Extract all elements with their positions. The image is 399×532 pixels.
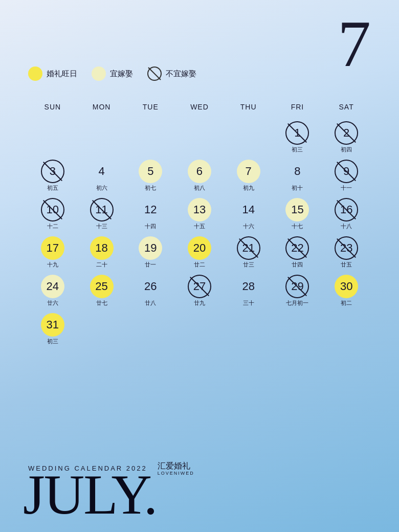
day-circle: 30	[335, 275, 358, 298]
calendar-cell: 13十五	[175, 196, 224, 232]
calendar-cell	[28, 119, 77, 156]
lunar-text: 初六	[96, 184, 107, 192]
day-circle: 4	[90, 160, 114, 183]
calendar-cell: 23廿五	[322, 234, 371, 271]
calendar-cell: 31初三	[28, 311, 77, 347]
lunar-text: 初三	[292, 146, 303, 153]
lunar-text: 廿五	[341, 261, 352, 269]
day-circle: 21	[237, 236, 260, 260]
day-circle: 14	[237, 198, 260, 221]
day-header-wed: WED	[175, 99, 224, 115]
lunar-text: 十七	[292, 223, 303, 230]
day-circle: 25	[90, 275, 114, 298]
day-circle: 9	[335, 160, 358, 183]
calendar-cell	[175, 119, 224, 156]
day-header-sun: SUN	[28, 99, 77, 115]
day-header-sat: SAT	[322, 99, 371, 115]
day-circle: 2	[335, 121, 358, 145]
day-circle: 31	[41, 313, 64, 337]
lunar-text: 廿四	[292, 261, 303, 269]
lunar-text: 初八	[194, 184, 205, 192]
day-circle: 6	[188, 160, 211, 183]
calendar-cell: 15十七	[273, 196, 322, 232]
day-header-fri: FRI	[273, 99, 322, 115]
lunar-text: 初三	[47, 338, 58, 345]
day-circle: 24	[41, 275, 64, 298]
brand-chinese: 汇爱婚礼	[158, 461, 194, 471]
legend-pale-icon	[92, 66, 106, 81]
calendar-cell	[126, 311, 175, 347]
calendar-cell	[224, 119, 273, 156]
calendar-cell: 3初五	[28, 158, 77, 194]
calendar-cell: 17十九	[28, 234, 77, 271]
lunar-text: 廿六	[47, 299, 58, 307]
calendar-cell: 11十三	[77, 196, 126, 232]
lunar-text: 十二	[47, 223, 58, 230]
calendar-cell: 9十一	[322, 158, 371, 194]
lunar-text: 十六	[243, 223, 254, 230]
legend-crossed-icon	[147, 66, 162, 81]
calendar-header: SUNMONTUEWEDTHUFRISAT	[28, 99, 371, 115]
calendar-cell: 25廿七	[77, 273, 126, 309]
brand-english: LOVENIWED	[158, 471, 194, 476]
day-circle: 17	[41, 236, 64, 260]
legend-crossed-label: 不宜嫁娶	[166, 69, 196, 79]
calendar-cell: 10十二	[28, 196, 77, 232]
calendar-cell: 16十八	[322, 196, 371, 232]
calendar-cell	[126, 119, 175, 156]
lunar-text: 初四	[341, 146, 352, 153]
legend: 婚礼旺日 宜嫁娶 不宜嫁娶	[28, 66, 371, 81]
calendar-cell: 4初六	[77, 158, 126, 194]
calendar-cell: 18二十	[77, 234, 126, 271]
calendar-cell: 14十六	[224, 196, 273, 232]
calendar-cell: 1初三	[273, 119, 322, 156]
lunar-text: 十一	[341, 184, 352, 192]
day-circle: 16	[335, 198, 358, 221]
month-number: 7	[338, 10, 371, 77]
calendar-cell: 28三十	[224, 273, 273, 309]
calendar-cell: 2初四	[322, 119, 371, 156]
lunar-text: 十五	[194, 223, 205, 230]
calendar-cell: 5初七	[126, 158, 175, 194]
day-circle: 23	[335, 236, 358, 260]
lunar-text: 廿三	[243, 261, 254, 269]
calendar-cell: 6初八	[175, 158, 224, 194]
day-circle: 27	[188, 275, 211, 298]
day-circle: 19	[139, 236, 162, 260]
day-circle: 18	[90, 236, 114, 260]
day-header-mon: MON	[77, 99, 126, 115]
day-circle: 3	[41, 160, 64, 183]
lunar-text: 二十	[96, 261, 107, 269]
day-circle: 10	[41, 198, 64, 221]
lunar-text: 十四	[145, 223, 156, 230]
calendar-grid: 1初三2初四3初五4初六5初七6初八7初九8初十9十一10十二11十三12十四1…	[28, 119, 371, 347]
lunar-text: 十三	[96, 223, 107, 230]
month-name: JULY.	[23, 467, 157, 523]
lunar-text: 十九	[47, 261, 58, 269]
day-circle: 5	[139, 160, 162, 183]
calendar-cell	[273, 311, 322, 347]
calendar-cell	[77, 311, 126, 347]
legend-bright: 婚礼旺日	[28, 66, 77, 81]
calendar-cell: 7初九	[224, 158, 273, 194]
legend-crossed: 不宜嫁娶	[147, 66, 196, 81]
calendar-cell	[322, 311, 371, 347]
day-circle: 29	[285, 275, 309, 298]
calendar-cell	[175, 311, 224, 347]
day-circle: 12	[139, 198, 162, 221]
lunar-text: 廿八	[145, 299, 156, 307]
lunar-text: 三十	[243, 299, 254, 307]
legend-pale: 宜嫁娶	[92, 66, 133, 81]
brand-block: 汇爱婚礼 LOVENIWED	[158, 461, 194, 476]
lunar-text: 初七	[145, 184, 156, 192]
calendar-cell: 24廿六	[28, 273, 77, 309]
lunar-text: 初二	[341, 299, 352, 307]
lunar-text: 廿九	[194, 299, 205, 307]
calendar-cell: 8初十	[273, 158, 322, 194]
calendar-cell	[224, 311, 273, 347]
day-circle: 22	[285, 236, 309, 260]
day-circle: 28	[237, 275, 260, 298]
calendar-cell: 29七月初一	[273, 273, 322, 309]
day-circle: 15	[285, 198, 309, 221]
lunar-text: 初十	[292, 184, 303, 192]
